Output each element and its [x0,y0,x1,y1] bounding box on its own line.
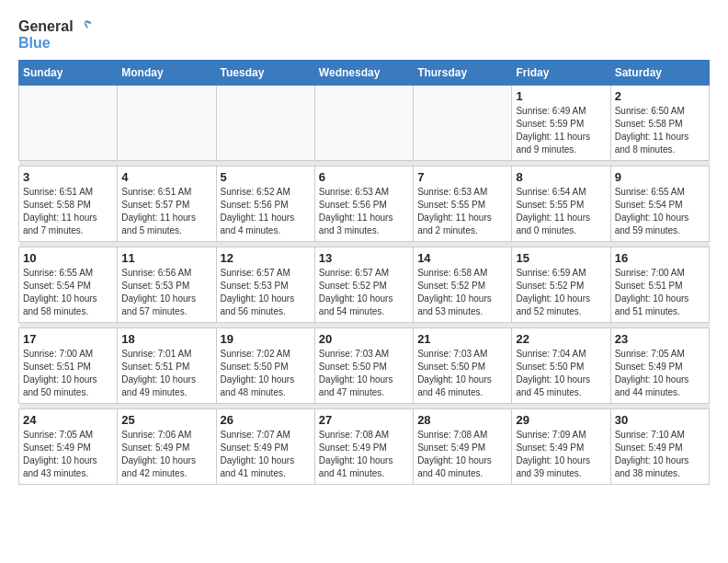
day-info: Sunrise: 6:51 AM Sunset: 5:58 PM Dayligh… [23,186,113,237]
day-info: Sunrise: 7:08 AM Sunset: 5:49 PM Dayligh… [417,429,507,480]
day-number: 26 [221,413,311,427]
day-info: Sunrise: 7:09 AM Sunset: 5:49 PM Dayligh… [516,429,606,480]
logo-container: General Blue [18,18,94,51]
day-info: Sunrise: 7:05 AM Sunset: 5:49 PM Dayligh… [23,429,113,480]
calendar-cell: 1Sunrise: 6:49 AM Sunset: 5:59 PM Daylig… [512,86,610,161]
calendar-cell: 20Sunrise: 7:03 AM Sunset: 5:50 PM Dayli… [314,328,413,404]
day-info: Sunrise: 7:06 AM Sunset: 5:49 PM Dayligh… [121,429,211,480]
day-info: Sunrise: 6:57 AM Sunset: 5:52 PM Dayligh… [319,267,409,318]
day-info: Sunrise: 7:10 AM Sunset: 5:49 PM Dayligh… [615,429,705,480]
day-info: Sunrise: 6:57 AM Sunset: 5:53 PM Dayligh… [221,267,311,318]
logo: General Blue [18,18,94,51]
calendar-week-row: 3Sunrise: 6:51 AM Sunset: 5:58 PM Daylig… [19,167,710,242]
day-number: 27 [319,413,409,427]
calendar-cell: 10Sunrise: 6:55 AM Sunset: 5:54 PM Dayli… [19,247,118,323]
calendar-cell [216,86,314,161]
day-number: 13 [319,251,409,265]
calendar-cell: 8Sunrise: 6:54 AM Sunset: 5:55 PM Daylig… [512,167,610,242]
day-info: Sunrise: 7:04 AM Sunset: 5:50 PM Dayligh… [516,348,606,399]
day-number: 6 [319,170,409,184]
calendar-week-row: 17Sunrise: 7:00 AM Sunset: 5:51 PM Dayli… [19,328,710,404]
calendar-cell [118,86,216,161]
logo-general-text: General [18,18,74,35]
weekday-header-thursday: Thursday [414,61,512,86]
calendar-cell: 6Sunrise: 6:53 AM Sunset: 5:56 PM Daylig… [314,167,413,242]
calendar-cell: 25Sunrise: 7:06 AM Sunset: 5:49 PM Dayli… [118,409,216,485]
calendar-week-row: 10Sunrise: 6:55 AM Sunset: 5:54 PM Dayli… [19,247,710,323]
day-info: Sunrise: 6:58 AM Sunset: 5:52 PM Dayligh… [417,267,507,318]
calendar-cell: 3Sunrise: 6:51 AM Sunset: 5:58 PM Daylig… [19,167,118,242]
calendar-cell: 23Sunrise: 7:05 AM Sunset: 5:49 PM Dayli… [610,328,709,404]
day-number: 29 [516,413,606,427]
day-number: 30 [615,413,705,427]
day-number: 4 [121,170,211,184]
day-number: 15 [516,251,606,265]
day-number: 25 [121,413,211,427]
day-info: Sunrise: 6:55 AM Sunset: 5:54 PM Dayligh… [615,186,705,237]
calendar-cell: 14Sunrise: 6:58 AM Sunset: 5:52 PM Dayli… [414,247,512,323]
day-number: 22 [516,332,606,346]
calendar-cell: 12Sunrise: 6:57 AM Sunset: 5:53 PM Dayli… [216,247,314,323]
day-number: 17 [23,332,113,346]
day-info: Sunrise: 6:52 AM Sunset: 5:56 PM Dayligh… [221,186,311,237]
day-number: 10 [23,251,113,265]
calendar-week-row: 1Sunrise: 6:49 AM Sunset: 5:59 PM Daylig… [19,86,710,161]
calendar-cell: 2Sunrise: 6:50 AM Sunset: 5:58 PM Daylig… [610,86,709,161]
day-number: 2 [615,89,705,103]
day-info: Sunrise: 7:07 AM Sunset: 5:49 PM Dayligh… [221,429,311,480]
header: General Blue [18,18,710,51]
calendar-cell: 18Sunrise: 7:01 AM Sunset: 5:51 PM Dayli… [118,328,216,404]
logo-blue-text: Blue [18,35,94,52]
day-number: 23 [615,332,705,346]
day-info: Sunrise: 6:53 AM Sunset: 5:55 PM Dayligh… [417,186,507,237]
calendar-cell: 9Sunrise: 6:55 AM Sunset: 5:54 PM Daylig… [610,167,709,242]
calendar-cell: 13Sunrise: 6:57 AM Sunset: 5:52 PM Dayli… [314,247,413,323]
day-number: 12 [221,251,311,265]
calendar-cell: 24Sunrise: 7:05 AM Sunset: 5:49 PM Dayli… [19,409,118,485]
day-number: 9 [615,170,705,184]
day-info: Sunrise: 6:59 AM Sunset: 5:52 PM Dayligh… [516,267,606,318]
day-info: Sunrise: 6:54 AM Sunset: 5:55 PM Dayligh… [516,186,606,237]
calendar-cell [414,86,512,161]
day-info: Sunrise: 7:03 AM Sunset: 5:50 PM Dayligh… [417,348,507,399]
day-number: 16 [615,251,705,265]
calendar-cell: 29Sunrise: 7:09 AM Sunset: 5:49 PM Dayli… [512,409,610,485]
day-info: Sunrise: 7:01 AM Sunset: 5:51 PM Dayligh… [121,348,211,399]
calendar-cell: 19Sunrise: 7:02 AM Sunset: 5:50 PM Dayli… [216,328,314,404]
calendar-cell [19,86,118,161]
calendar-cell: 15Sunrise: 6:59 AM Sunset: 5:52 PM Dayli… [512,247,610,323]
calendar-week-row: 24Sunrise: 7:05 AM Sunset: 5:49 PM Dayli… [19,409,710,485]
calendar-cell [314,86,413,161]
calendar-cell: 27Sunrise: 7:08 AM Sunset: 5:49 PM Dayli… [314,409,413,485]
calendar-cell: 11Sunrise: 6:56 AM Sunset: 5:53 PM Dayli… [118,247,216,323]
calendar-cell: 26Sunrise: 7:07 AM Sunset: 5:49 PM Dayli… [216,409,314,485]
calendar-cell: 28Sunrise: 7:08 AM Sunset: 5:49 PM Dayli… [414,409,512,485]
day-number: 8 [516,170,606,184]
weekday-header-row: SundayMondayTuesdayWednesdayThursdayFrid… [19,61,710,86]
day-info: Sunrise: 6:50 AM Sunset: 5:58 PM Dayligh… [615,105,705,156]
weekday-header-sunday: Sunday [19,61,118,86]
day-number: 21 [417,332,507,346]
day-info: Sunrise: 7:02 AM Sunset: 5:50 PM Dayligh… [221,348,311,399]
day-number: 18 [121,332,211,346]
calendar-cell: 21Sunrise: 7:03 AM Sunset: 5:50 PM Dayli… [414,328,512,404]
day-number: 5 [221,170,311,184]
day-number: 19 [221,332,311,346]
day-info: Sunrise: 7:00 AM Sunset: 5:51 PM Dayligh… [615,267,705,318]
weekday-header-wednesday: Wednesday [314,61,413,86]
day-info: Sunrise: 6:53 AM Sunset: 5:56 PM Dayligh… [319,186,409,237]
calendar-cell: 7Sunrise: 6:53 AM Sunset: 5:55 PM Daylig… [414,167,512,242]
day-number: 14 [417,251,507,265]
day-info: Sunrise: 7:00 AM Sunset: 5:51 PM Dayligh… [23,348,113,399]
calendar-cell: 22Sunrise: 7:04 AM Sunset: 5:50 PM Dayli… [512,328,610,404]
day-info: Sunrise: 6:51 AM Sunset: 5:57 PM Dayligh… [121,186,211,237]
calendar-cell: 17Sunrise: 7:00 AM Sunset: 5:51 PM Dayli… [19,328,118,404]
weekday-header-monday: Monday [118,61,216,86]
day-info: Sunrise: 6:49 AM Sunset: 5:59 PM Dayligh… [516,105,606,156]
calendar: SundayMondayTuesdayWednesdayThursdayFrid… [18,60,710,485]
weekday-header-saturday: Saturday [610,61,709,86]
day-number: 24 [23,413,113,427]
day-number: 1 [516,89,606,103]
day-number: 7 [417,170,507,184]
day-info: Sunrise: 6:56 AM Sunset: 5:53 PM Dayligh… [121,267,211,318]
